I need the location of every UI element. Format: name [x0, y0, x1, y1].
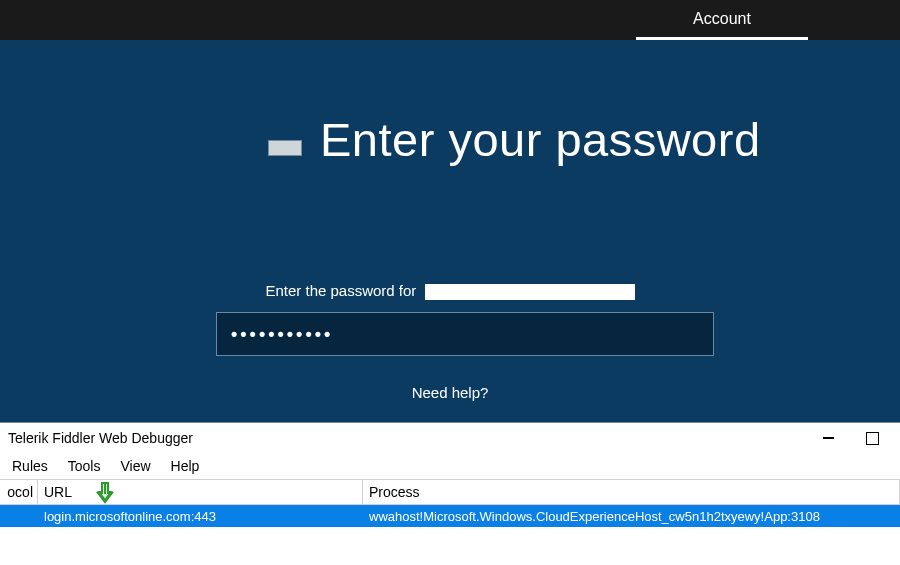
col-url[interactable]: URL — [38, 480, 363, 504]
page-title: Enter your password — [320, 112, 761, 167]
subtext-email-masked — [425, 284, 635, 300]
cell-protocol — [0, 505, 38, 527]
menu-tools[interactable]: Tools — [62, 456, 107, 476]
back-button[interactable] — [268, 140, 302, 156]
fiddler-title: Telerik Fiddler Web Debugger — [6, 430, 806, 446]
col-protocol[interactable]: ocol — [0, 480, 38, 504]
maximize-button[interactable] — [850, 423, 894, 453]
tab-account[interactable]: Account — [636, 0, 808, 40]
need-help-link[interactable]: Need help? — [0, 384, 900, 401]
menu-help[interactable]: Help — [165, 456, 206, 476]
title-bar: Account — [0, 0, 900, 40]
fiddler-column-headers: ocol URL Process — [0, 479, 900, 505]
screen: Account Enter your password Enter the pa… — [0, 0, 900, 565]
col-process[interactable]: Process — [363, 480, 900, 504]
session-row[interactable]: login.microsoftonline.com:443 wwahost!Mi… — [0, 505, 900, 527]
cell-process: wwahost!Microsoft.Windows.CloudExperienc… — [363, 505, 900, 527]
minimize-button[interactable] — [806, 423, 850, 453]
password-value-masked: ••••••••••• — [231, 324, 333, 345]
password-input[interactable]: ••••••••••• — [216, 312, 714, 356]
fiddler-title-bar[interactable]: Telerik Fiddler Web Debugger — [0, 423, 900, 453]
menu-view[interactable]: View — [114, 456, 156, 476]
fiddler-window: Telerik Fiddler Web Debugger Rules Tools… — [0, 422, 900, 565]
cell-url: login.microsoftonline.com:443 — [38, 505, 363, 527]
tab-account-label: Account — [693, 10, 751, 28]
subtext: Enter the password for — [0, 282, 900, 300]
menu-rules[interactable]: Rules — [6, 456, 54, 476]
fiddler-menu-bar: Rules Tools View Help — [0, 453, 900, 479]
subtext-prefix: Enter the password for — [265, 282, 416, 299]
